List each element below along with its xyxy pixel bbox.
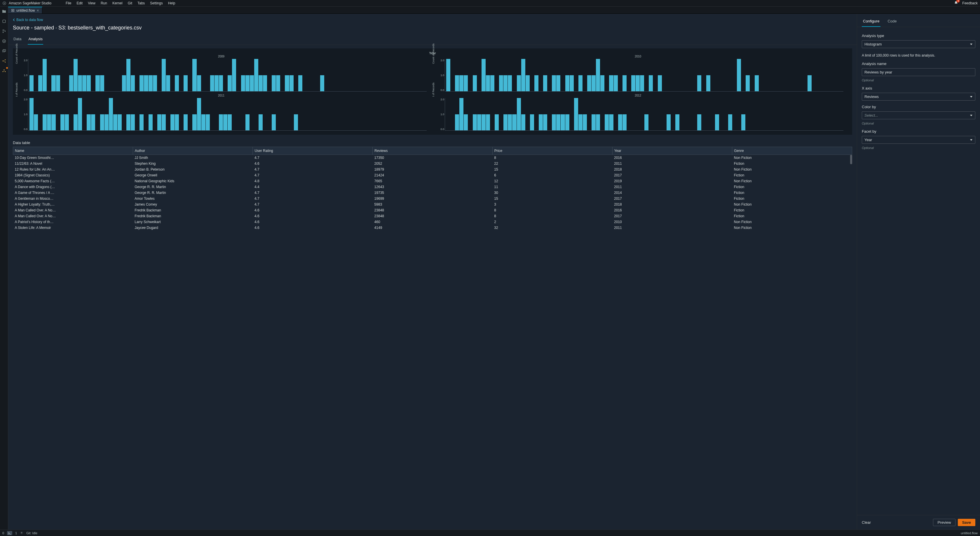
- tab-configure[interactable]: Configure: [862, 19, 880, 27]
- color-by-label: Color by: [862, 105, 975, 109]
- activity-bar: [0, 7, 8, 530]
- preview-button[interactable]: Preview: [933, 519, 955, 526]
- flow-file-icon: [11, 9, 14, 12]
- menu-kernel[interactable]: Kernel: [110, 1, 125, 5]
- sagemaker-logo-icon: [2, 1, 6, 5]
- notification-count-badge: 4: [956, 0, 960, 3]
- color-by-select[interactable]: Select...: [862, 111, 975, 119]
- status-gear-icon[interactable]: [20, 531, 23, 535]
- col-header-name[interactable]: Name: [13, 147, 133, 155]
- x-axis-select[interactable]: Reviews: [862, 93, 975, 101]
- pipeline-share-icon[interactable]: [1, 68, 7, 74]
- facet-by-label: Facet by: [862, 129, 975, 133]
- running-kernels-icon[interactable]: [1, 18, 7, 24]
- svg-rect-8: [2, 50, 5, 52]
- table-row[interactable]: A Man Called Ove: A No…Fredrik Backman4.…: [13, 207, 852, 213]
- folder-icon[interactable]: [1, 8, 7, 14]
- facet-by-select[interactable]: Year: [862, 136, 975, 144]
- col-header-price[interactable]: Price: [492, 147, 612, 155]
- table-row[interactable]: A Higher Loyalty: Truth,…James Comey4.75…: [13, 201, 852, 207]
- tab-code[interactable]: Code: [886, 19, 898, 27]
- analysis-name-input[interactable]: [862, 68, 975, 76]
- table-scrollbar-thumb[interactable]: [850, 155, 852, 164]
- analysis-type-select[interactable]: Histogram: [862, 40, 975, 48]
- chart-facet-2011: 2011Count of Records2.01.00.0: [16, 95, 427, 132]
- status-left-a: 0: [2, 531, 4, 535]
- table-row[interactable]: 10-Day Green Smoothi…JJ Smith4.717350820…: [13, 155, 852, 161]
- table-row[interactable]: 12 Rules for Life: An An…Jordan B. Peter…: [13, 167, 852, 172]
- status-left-b: 1: [15, 531, 17, 535]
- x-axis-label: X axis: [862, 86, 975, 90]
- col-header-author[interactable]: Author: [133, 147, 253, 155]
- menu-help[interactable]: Help: [165, 1, 178, 5]
- git-branch-icon[interactable]: [1, 28, 7, 34]
- status-git[interactable]: Git: Idle: [26, 531, 37, 535]
- chart-facet-2010: 2010Count of Records2.01.00.0: [433, 56, 843, 93]
- table-row[interactable]: A Patriot's History of th…Larry Schweika…: [13, 219, 852, 225]
- file-tab-label: untitled.flow: [16, 8, 35, 13]
- activity-dot-icon: [6, 67, 8, 69]
- tabs-icon[interactable]: [1, 48, 7, 54]
- col-header-year[interactable]: Year: [612, 147, 732, 155]
- menu-git[interactable]: Git: [125, 1, 135, 5]
- commands-icon[interactable]: [1, 38, 7, 44]
- svg-point-3: [3, 29, 3, 30]
- table-row[interactable]: A Man Called Ove: A No…Fredrik Backman4.…: [13, 213, 852, 219]
- chevron-left-icon: [13, 18, 15, 21]
- chart-histogram: Year 2009Count of Records2.01.00.02010Co…: [13, 48, 852, 135]
- menu-run[interactable]: Run: [98, 1, 110, 5]
- color-by-optional: Optional: [862, 122, 975, 125]
- brand-title: Amazon SageMaker Studio: [9, 1, 51, 5]
- svg-point-1: [4, 3, 5, 4]
- table-row[interactable]: A Stolen Life: A MemoirJaycee Dugard4.64…: [13, 225, 852, 231]
- file-tab-untitled-flow[interactable]: untitled.flow ×: [8, 7, 42, 13]
- notifications-bell-icon[interactable]: 4: [954, 1, 958, 6]
- menu-file[interactable]: File: [63, 1, 74, 5]
- pipeline-step-icon[interactable]: [1, 58, 7, 64]
- menu-bar: Amazon SageMaker Studio FileEditViewRunK…: [0, 0, 980, 7]
- col-header-genre[interactable]: Genre: [732, 147, 852, 155]
- tab-analysis[interactable]: Analysis: [28, 35, 43, 44]
- svg-point-12: [5, 62, 6, 63]
- facet-by-optional: Optional: [862, 146, 975, 150]
- svg-point-10: [2, 61, 3, 62]
- menu-tabs[interactable]: Tabs: [135, 1, 147, 5]
- close-tab-icon[interactable]: ×: [37, 8, 39, 13]
- svg-point-7: [3, 41, 5, 42]
- analysis-type-label: Analysis type: [862, 33, 975, 38]
- svg-point-18: [21, 532, 22, 533]
- tab-strip: untitled.flow ×: [8, 7, 980, 14]
- col-header-reviews[interactable]: Reviews: [373, 147, 493, 155]
- menu-view[interactable]: View: [85, 1, 98, 5]
- menu-edit[interactable]: Edit: [74, 1, 85, 5]
- status-bar: 0 1 Git: Idle untitled.flow: [0, 530, 980, 536]
- data-table: NameAuthorUser RatingReviewsPriceYearGen…: [13, 147, 852, 231]
- save-button[interactable]: Save: [958, 519, 975, 526]
- table-row[interactable]: 5,000 Awesome Facts (…National Geographi…: [13, 178, 852, 184]
- feedback-link[interactable]: Feedback: [962, 1, 978, 5]
- analysis-limit-note: A limit of 100,000 rows is used for this…: [862, 53, 975, 57]
- back-to-data-flow-link[interactable]: Back to data flow: [8, 18, 857, 22]
- svg-rect-9: [3, 49, 6, 52]
- menu-settings[interactable]: Settings: [147, 1, 165, 5]
- svg-point-5: [5, 31, 5, 32]
- status-right-filename: untitled.flow: [961, 531, 978, 535]
- svg-point-4: [3, 32, 3, 33]
- table-row[interactable]: A Gentleman in Mosco…Amor Towles4.719699…: [13, 196, 852, 201]
- clear-button[interactable]: Clear: [862, 520, 871, 525]
- status-terminal-icon[interactable]: [7, 531, 12, 535]
- table-row[interactable]: 1984 (Signet Classics)George Orwell4.721…: [13, 172, 852, 178]
- analysis-name-label: Analysis name: [862, 62, 975, 66]
- table-row[interactable]: A Game of Thrones / A …George R. R. Mart…: [13, 190, 852, 196]
- svg-point-11: [5, 59, 6, 60]
- col-header-user-rating[interactable]: User Rating: [253, 147, 373, 155]
- svg-point-13: [3, 70, 5, 70]
- analysis-name-optional: Optional: [862, 78, 975, 82]
- svg-rect-2: [3, 20, 5, 22]
- table-row[interactable]: 11/22/63: A NovelStephen King4.620522220…: [13, 161, 852, 167]
- table-row[interactable]: A Dance with Dragons (…George R. R. Mart…: [13, 184, 852, 190]
- chart-facet-2012: 2012Count of Records2.01.00.0: [433, 95, 843, 132]
- page-title: Source - sampled · S3: bestsellers_with_…: [8, 22, 857, 35]
- chart-facet-2009: 2009Count of Records2.01.00.0: [16, 56, 427, 93]
- config-tabs: Configure Code: [857, 14, 980, 27]
